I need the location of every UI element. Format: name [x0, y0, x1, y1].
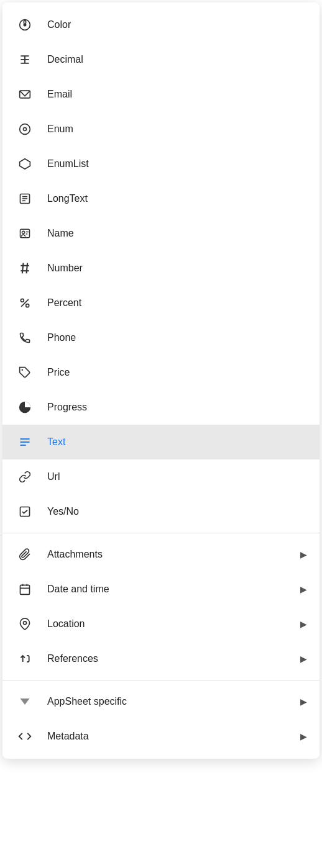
menu-item-price[interactable]: Price	[2, 355, 320, 390]
menu-item-references[interactable]: References ▶	[2, 641, 320, 676]
menu-item-text-label: Text	[47, 436, 307, 448]
menu-item-number-label: Number	[47, 263, 307, 274]
chevron-right-location-icon: ▶	[300, 619, 307, 629]
menu-item-percent[interactable]: Percent	[2, 286, 320, 320]
email-icon	[15, 84, 35, 104]
menu-item-longtext[interactable]: LongText	[2, 181, 320, 216]
price-icon	[15, 363, 35, 382]
menu-item-email-label: Email	[47, 89, 307, 100]
svg-point-8	[24, 128, 27, 131]
svg-rect-31	[21, 585, 30, 594]
menu-item-text[interactable]: Text	[2, 425, 320, 459]
menu-item-phone-label: Phone	[47, 332, 307, 343]
menu-item-attachments[interactable]: Attachments ▶	[2, 537, 320, 572]
svg-line-20	[22, 263, 24, 274]
menu-item-metadata-label: Metadata	[47, 731, 300, 742]
percent-icon	[15, 293, 35, 313]
svg-point-15	[22, 231, 24, 233]
datetime-icon	[15, 579, 35, 599]
menu-item-color-label: Color	[47, 19, 307, 30]
menu-item-enum[interactable]: Enum	[2, 112, 320, 147]
menu-item-longtext-label: LongText	[47, 193, 307, 204]
menu-item-email[interactable]: Email	[2, 77, 320, 112]
menu-item-location-label: Location	[47, 618, 300, 630]
menu-item-color[interactable]: Color	[2, 7, 320, 42]
menu-item-decimal-label: Decimal	[47, 54, 307, 65]
svg-marker-9	[20, 159, 30, 170]
yesno-icon	[15, 502, 35, 522]
number-icon	[15, 258, 35, 278]
svg-line-21	[27, 263, 28, 274]
divider-2	[2, 680, 320, 680]
menu-item-name[interactable]: Name	[2, 216, 320, 251]
svg-point-23	[26, 304, 29, 307]
menu-item-yesno-label: Yes/No	[47, 506, 307, 517]
appsheet-icon	[15, 692, 35, 712]
menu-item-number[interactable]: Number	[2, 251, 320, 286]
menu-item-price-label: Price	[47, 367, 307, 378]
enumlist-icon	[15, 154, 35, 174]
chevron-right-datetime-icon: ▶	[300, 584, 307, 594]
menu-item-enum-label: Enum	[47, 124, 307, 135]
svg-point-35	[24, 622, 27, 625]
menu-item-decimal[interactable]: Decimal	[2, 42, 320, 77]
url-icon	[15, 467, 35, 487]
references-icon	[15, 649, 35, 669]
menu-item-appsheet[interactable]: AppSheet specific ▶	[2, 684, 320, 719]
menu-item-percent-label: Percent	[47, 297, 307, 309]
svg-point-1	[24, 24, 25, 25]
menu-item-location[interactable]: Location ▶	[2, 607, 320, 641]
color-icon	[15, 15, 35, 35]
menu-item-yesno[interactable]: Yes/No	[2, 494, 320, 529]
svg-marker-37	[21, 698, 30, 705]
dropdown-menu: Color Decimal Email Enu	[2, 2, 320, 759]
divider-1	[2, 533, 320, 533]
chevron-right-icon: ▶	[300, 549, 307, 559]
longtext-icon	[15, 189, 35, 209]
menu-item-enumlist[interactable]: EnumList	[2, 147, 320, 181]
menu-item-progress[interactable]: Progress	[2, 390, 320, 425]
menu-item-enumlist-label: EnumList	[47, 158, 307, 170]
chevron-right-metadata-icon: ▶	[300, 731, 307, 741]
chevron-right-references-icon: ▶	[300, 654, 307, 664]
chevron-right-appsheet-icon: ▶	[300, 697, 307, 707]
menu-item-datetime[interactable]: Date and time ▶	[2, 572, 320, 607]
metadata-icon	[15, 726, 35, 746]
menu-item-datetime-label: Date and time	[47, 584, 300, 595]
attachments-icon	[15, 545, 35, 564]
text-icon	[15, 432, 35, 452]
menu-item-progress-label: Progress	[47, 402, 307, 413]
svg-point-7	[20, 124, 30, 135]
phone-icon	[15, 328, 35, 348]
menu-item-phone[interactable]: Phone	[2, 320, 320, 355]
menu-item-references-label: References	[47, 653, 300, 664]
menu-item-url[interactable]: Url	[2, 459, 320, 494]
menu-item-attachments-label: Attachments	[47, 549, 300, 560]
menu-item-url-label: Url	[47, 471, 307, 482]
menu-item-metadata[interactable]: Metadata ▶	[2, 719, 320, 754]
progress-icon	[15, 397, 35, 417]
svg-line-24	[21, 299, 29, 307]
location-icon	[15, 614, 35, 634]
name-icon	[15, 224, 35, 243]
menu-item-appsheet-label: AppSheet specific	[47, 696, 300, 707]
enum-icon	[15, 119, 35, 139]
svg-point-22	[21, 299, 24, 302]
decimal-icon	[15, 50, 35, 70]
menu-item-name-label: Name	[47, 228, 307, 239]
